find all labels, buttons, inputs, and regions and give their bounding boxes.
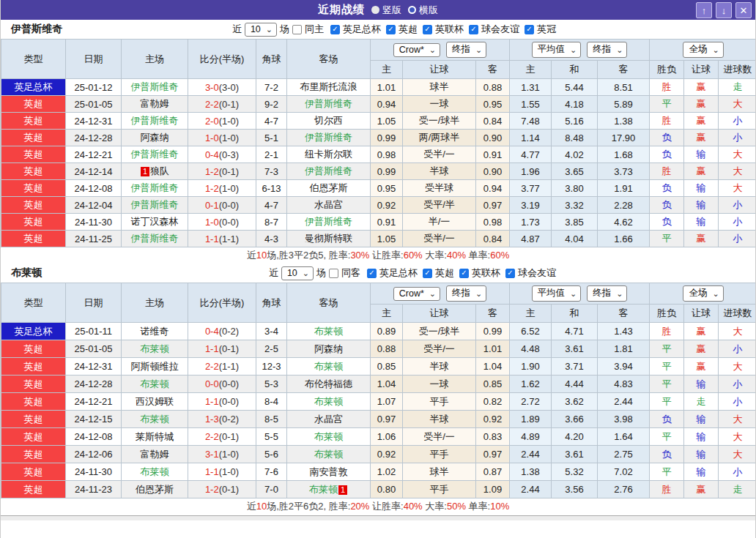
home-team: 1狼队 — [122, 163, 188, 180]
result-cell: 胜 — [650, 79, 684, 96]
final-odds-select[interactable]: 终指⌄ — [446, 42, 486, 58]
league-type-badge: 英超 — [1, 481, 66, 498]
avg-home-odds: 6.52 — [510, 323, 552, 340]
layout-radio-horizontal[interactable]: 横版 — [408, 4, 438, 17]
match-score: 1-1(0-0) — [188, 393, 256, 411]
close-button[interactable]: ✕ — [735, 2, 752, 18]
recent-count-select[interactable]: 10 ⌄ — [245, 23, 277, 37]
avg-draw-odds: 3.65 — [552, 163, 598, 180]
col-avg-draw: 和 — [552, 61, 598, 79]
crow-away-odds: 0.95 — [476, 96, 510, 113]
avg-home-odds: 1.14 — [510, 130, 552, 146]
match-row: 英超24-12-08伊普斯维奇1-2(1-0)6-13伯恩茅斯0.95受半球0.… — [1, 180, 756, 197]
league-checkbox[interactable]: ✓ — [505, 269, 515, 278]
league-checkbox[interactable]: ✓ — [459, 269, 469, 278]
same-venue-checkbox[interactable] — [329, 269, 338, 278]
col-type: 类型 — [1, 283, 66, 323]
result-cell: 负 — [650, 180, 684, 197]
crow-home-odds: 0.85 — [371, 358, 403, 376]
home-team: 富勒姆 — [122, 96, 188, 113]
recent-results-window: 近期战绩 竖版 横版 ↑ ↓ ✕ 伊普斯维奇 近 10 ⌄ 场 — [0, 0, 756, 538]
handicap-result-cell: 赢 — [684, 113, 719, 130]
goals-result-cell: 小 — [719, 340, 756, 358]
team-section-header: 布莱顿 近 10 ⌄ 场 同客 ✓英足总杯✓英超✓英联杯✓球会友谊 — [1, 264, 755, 283]
move-down-button[interactable]: ↓ — [716, 2, 732, 18]
recent-count-select[interactable]: 10 ⌄ — [281, 266, 314, 280]
average-select[interactable]: 平均值⌄ — [532, 285, 582, 302]
home-team: 西汉姆联 — [122, 393, 188, 411]
radio-selected-icon[interactable] — [371, 6, 379, 14]
col-home: 主场 — [122, 40, 188, 79]
games-label: 场 — [316, 266, 326, 280]
match-row: 英足总杯25-01-11诺维奇0-4(0-2)3-4布莱顿0.89受一/球半0.… — [1, 323, 756, 340]
match-row: 英超24-12-28布莱顿0-0(0-0)5-3布伦特福德1.04一球0.851… — [1, 376, 756, 393]
final-odds-select-2[interactable]: 终指⌄ — [587, 42, 627, 58]
chevron-down-icon: ⌄ — [475, 291, 482, 296]
league-checkbox[interactable]: ✓ — [386, 25, 396, 34]
crow-home-odds: 1.02 — [371, 463, 403, 481]
average-select[interactable]: 平均值⌄ — [532, 42, 582, 58]
avg-draw-odds: 5.32 — [552, 463, 598, 481]
home-team: 阿斯顿维拉 — [122, 358, 188, 376]
match-date: 24-12-04 — [66, 197, 122, 214]
league-label: 英冠 — [537, 23, 556, 36]
chevron-down-icon: ⌄ — [570, 291, 577, 296]
full-match-select[interactable]: 全场⌄ — [683, 42, 723, 58]
handicap-line: 平手 — [403, 446, 476, 463]
match-row: 英超24-12-31阿斯顿维拉2-2(1-1)12-3布莱顿0.85半球1.04… — [1, 358, 756, 376]
result-cell: 平 — [650, 393, 684, 411]
home-team: 布莱顿 — [122, 340, 188, 358]
avg-draw-odds: 5.44 — [552, 79, 598, 96]
crow-home-odds: 0.95 — [371, 180, 403, 197]
layout-radio-vertical[interactable]: 竖版 — [371, 4, 401, 17]
corner-count: 3-4 — [256, 323, 287, 340]
handicap-result-cell: 赢 — [684, 481, 719, 498]
match-date: 24-12-08 — [66, 428, 122, 446]
match-score: 1-0(1-0) — [188, 130, 256, 146]
league-label: 英超 — [435, 266, 454, 280]
avg-away-odds: 4.83 — [598, 376, 650, 393]
handicap-result-cell: 赢 — [684, 163, 719, 180]
bookmaker-select[interactable]: Crow*⌄ — [393, 287, 440, 301]
corner-count: 2-5 — [256, 340, 287, 358]
handicap-result-cell: 赢 — [684, 79, 719, 96]
avg-draw-odds: 4.02 — [552, 146, 598, 163]
crow-home-odds: 1.05 — [371, 113, 403, 130]
result-cell: 胜 — [650, 323, 684, 340]
final-odds-select[interactable]: 终指⌄ — [446, 285, 486, 302]
away-team: 切尔西 — [287, 113, 371, 130]
league-checkbox[interactable]: ✓ — [367, 269, 377, 278]
result-cell: 负 — [650, 446, 684, 463]
col-handicap-result: 让球 — [684, 61, 719, 79]
same-venue-checkbox[interactable] — [292, 25, 302, 34]
league-type-badge: 英超 — [1, 231, 66, 247]
home-team: 布莱顿 — [122, 376, 188, 393]
full-match-select[interactable]: 全场⌄ — [683, 285, 723, 302]
league-checkbox[interactable]: ✓ — [423, 25, 432, 34]
away-team: 布莱顿 — [287, 428, 371, 446]
result-cell: 胜 — [650, 113, 684, 130]
goals-result-cell: 大 — [719, 446, 756, 463]
league-label: 球会友谊 — [518, 266, 556, 280]
handicap-result-cell: 输 — [684, 411, 719, 428]
league-checkbox[interactable]: ✓ — [525, 25, 534, 34]
crow-away-odds: 0.94 — [476, 180, 510, 197]
window-title: 近期战绩 — [318, 3, 365, 17]
avg-away-odds: 2.28 — [598, 197, 650, 214]
radio-unselected-icon[interactable] — [408, 6, 416, 14]
handicap-line: 受半球 — [403, 180, 476, 197]
col-corner: 角球 — [256, 283, 287, 323]
league-checkbox[interactable]: ✓ — [330, 25, 340, 34]
league-checkbox[interactable]: ✓ — [469, 25, 478, 34]
match-score: 1-3(0-2) — [188, 411, 256, 428]
bookmaker-select[interactable]: Crow*⌄ — [393, 43, 440, 57]
handicap-line: 半球 — [403, 411, 476, 428]
final-odds-select-2[interactable]: 终指⌄ — [587, 285, 627, 302]
league-checkbox[interactable]: ✓ — [423, 269, 432, 278]
result-cell: 负 — [650, 214, 684, 231]
move-up-button[interactable]: ↑ — [696, 2, 712, 18]
match-score: 1-0(0-0) — [188, 214, 256, 231]
recent-count-value: 10 — [251, 24, 261, 34]
away-team: 布莱顿 — [287, 446, 371, 463]
window-titlebar: 近期战绩 竖版 横版 ↑ ↓ ✕ — [1, 0, 755, 20]
